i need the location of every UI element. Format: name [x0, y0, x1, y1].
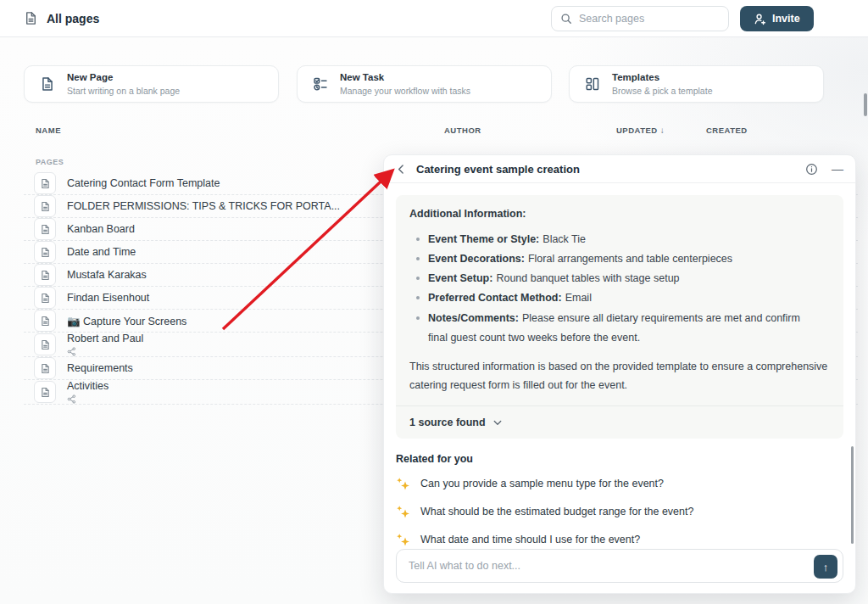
bullet-dot	[416, 316, 420, 320]
ai-panel: Catering event sample creation — Additio…	[383, 154, 856, 594]
bullet-text: Black Tie	[542, 233, 586, 245]
ai-bullet-item: Event Theme or Style:Black Tie	[416, 230, 830, 249]
back-chevron-icon[interactable]	[396, 164, 407, 175]
page-row-label: Findan Eisenhout	[67, 292, 149, 304]
ai-bullet-item: Preferred Contact Method:Email	[416, 288, 830, 308]
new-task-card[interactable]: New Task Manage your workflow with tasks	[297, 65, 552, 103]
column-header-updated-label: UPDATED	[616, 126, 658, 135]
page-row-label: Requirements	[67, 362, 133, 374]
sparkle-icon	[396, 505, 410, 519]
card-title: Templates	[612, 71, 712, 85]
topbar: All pages Invite	[0, 0, 868, 37]
page-document-icon	[34, 333, 56, 355]
ai-bullet-item: Event Setup:Round banquet tables with st…	[416, 269, 830, 288]
page-document-icon	[34, 357, 56, 379]
shared-icon	[67, 394, 108, 404]
ai-panel-title: Catering event sample creation	[416, 163, 580, 176]
bullet-dot	[416, 296, 420, 299]
related-suggestion-label: Can you provide a sample menu type for t…	[420, 478, 664, 489]
ai-panel-body: Additional Information: Event Theme or S…	[384, 183, 855, 554]
ai-prompt-input[interactable]	[409, 550, 798, 582]
sparkle-icon	[396, 533, 410, 547]
page-row-label: Activities	[67, 380, 108, 392]
sources-label: 1 source found	[409, 417, 486, 428]
page-document-icon	[34, 218, 56, 240]
related-suggestion-label: What should be the estimated budget rang…	[420, 506, 693, 517]
ai-input-area: ↑	[396, 549, 843, 583]
page-document-icon	[34, 310, 56, 332]
page-row-label: Catering Contact Form Template	[67, 177, 220, 189]
bullet-label: Event Theme or Style:	[428, 233, 539, 245]
shared-icon	[67, 347, 143, 356]
invite-label: Invite	[772, 13, 800, 25]
bullet-text: Email	[565, 292, 592, 304]
related-heading: Related for you	[396, 453, 843, 465]
related-suggestion[interactable]: Can you provide a sample menu type for t…	[396, 470, 843, 498]
search-icon	[560, 13, 572, 25]
ai-response-card: Additional Information: Event Theme or S…	[396, 195, 843, 439]
page-document-icon	[34, 264, 56, 286]
bullet-label: Notes/Comments:	[428, 312, 519, 324]
bullet-label: Event Decorations:	[428, 253, 525, 265]
page-row-label: Kanban Board	[67, 223, 135, 235]
chevron-down-icon	[492, 417, 503, 428]
page-row-label: Mustafa Karakas	[67, 269, 147, 281]
new-task-icon	[313, 76, 328, 92]
page-row-label: 📷 Capture Your Screens	[67, 315, 186, 327]
page-document-icon	[34, 381, 56, 403]
invite-button[interactable]: Invite	[740, 6, 814, 31]
ai-response-heading: Additional Information:	[409, 208, 830, 220]
ai-bullet-item: Notes/Comments:Please ensure all dietary…	[416, 309, 830, 348]
invite-person-add-icon	[754, 13, 766, 25]
page-document-icon	[34, 195, 56, 217]
card-title: New Page	[67, 71, 180, 85]
bullet-dot	[416, 277, 420, 280]
sparkle-icon	[396, 477, 410, 491]
all-pages-icon	[24, 11, 38, 25]
page-title: All pages	[47, 12, 99, 25]
sources-toggle[interactable]: 1 source found	[396, 405, 843, 439]
ai-response-bullets: Event Theme or Style:Black Tie Event Dec…	[416, 230, 830, 348]
page-document-icon	[34, 287, 56, 309]
page-row-label: Robert and Paul	[67, 333, 143, 344]
card-subtitle: Manage your workflow with tasks	[340, 85, 470, 97]
bullet-dot	[416, 257, 420, 260]
templates-card[interactable]: Templates Browse & pick a template	[569, 65, 824, 103]
templates-icon	[585, 76, 600, 92]
minimize-icon[interactable]: —	[832, 163, 843, 175]
card-title: New Task	[340, 71, 470, 85]
column-header-created[interactable]: CREATED	[706, 126, 748, 135]
bullet-dot	[416, 238, 420, 241]
column-header-author[interactable]: AUTHOR	[444, 126, 481, 135]
card-subtitle: Browse & pick a template	[612, 85, 712, 97]
ai-bullet-item: Event Decorations:Floral arrangements an…	[416, 249, 830, 269]
pages-section-label: PAGES	[36, 158, 64, 166]
page-row-label: FOLDER PERMISSIONS: TIPS & TRICKS FOR PO…	[67, 200, 340, 212]
column-header-name[interactable]: NAME	[36, 126, 61, 135]
related-list: Can you provide a sample menu type for t…	[396, 470, 843, 554]
sort-descending-icon: ↓	[660, 126, 665, 135]
ai-response-closing: This structured information is based on …	[409, 357, 830, 395]
page-document-icon	[34, 172, 56, 194]
related-suggestion[interactable]: What should be the estimated budget rang…	[396, 498, 843, 526]
page-document-icon	[34, 241, 56, 263]
bullet-text: Round banquet tables with stage setup	[496, 272, 679, 284]
ai-panel-header: Catering event sample creation —	[384, 155, 855, 183]
bullet-label: Preferred Contact Method:	[428, 292, 562, 304]
search-input[interactable]	[579, 13, 706, 25]
column-header-updated[interactable]: UPDATED ↓	[616, 126, 665, 135]
new-page-card[interactable]: New Page Start writing on a blank page	[24, 65, 279, 103]
bullet-text: Floral arrangements and table centerpiec…	[528, 253, 732, 265]
search-box[interactable]	[551, 6, 729, 31]
new-page-icon	[40, 76, 55, 92]
bullet-label: Event Setup:	[428, 272, 492, 284]
send-button[interactable]: ↑	[814, 555, 837, 579]
page-row-label: Date and Time	[67, 246, 136, 258]
window-scrollbar[interactable]	[864, 93, 867, 116]
card-subtitle: Start writing on a blank page	[67, 85, 180, 97]
related-suggestion-label: What date and time should I use for the …	[420, 534, 640, 545]
panel-scrollbar[interactable]	[851, 446, 854, 544]
info-icon[interactable]	[805, 163, 818, 176]
